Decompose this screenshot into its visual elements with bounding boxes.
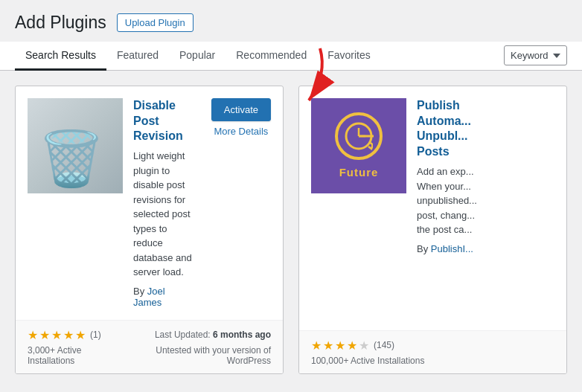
tab-recommended[interactable]: Recommended: [226, 42, 317, 71]
plugin-card-footer: ★ ★ ★ ★ ★ (1) Last Updated: 6 months ago: [16, 320, 283, 373]
plugin-card: Disable Post Revision Light weight plugi…: [15, 86, 284, 374]
star-2: ★: [39, 328, 50, 342]
footer-bottom-2: 100,000+ Active Installations: [311, 356, 554, 366]
last-updated-label: Last Updated:: [155, 330, 213, 340]
compat-warning: Untested with your version of WordPress: [123, 345, 271, 366]
star-1: ★: [28, 328, 38, 342]
tabs-list: Search Results Featured Popular Recommen…: [15, 42, 381, 70]
tab-featured[interactable]: Featured: [106, 42, 169, 71]
plugins-grid: Disable Post Revision Light weight plugi…: [15, 86, 567, 374]
star2-5: ★: [359, 338, 369, 353]
plugin-description: Light weight plugin to disable post revi…: [133, 149, 194, 280]
footer-bottom: 3,000+ Active Installations Untested wit…: [28, 345, 271, 366]
last-updated-value: 6 months ago: [213, 330, 271, 340]
star-rating-2: ★ ★ ★ ★ ★ (145): [311, 338, 394, 353]
tab-favorites[interactable]: Favorites: [317, 42, 381, 71]
star-rating: ★ ★ ★ ★ ★ (1): [28, 328, 101, 342]
active-installs: 3,000+ Active Installations: [28, 345, 123, 366]
page-header: Add Plugins Upload Plugin: [0, 0, 582, 42]
plugin-card-body: Disable Post Revision Light weight plugi…: [16, 86, 283, 320]
plugin-card-top: Disable Post Revision Light weight plugi…: [28, 98, 271, 308]
plugin-card-2: Future PublishAutoma...Unpubl...Posts Ad…: [298, 86, 567, 374]
activate-button[interactable]: Activate: [211, 98, 271, 121]
content-wrapper: Disable Post Revision Light weight plugi…: [15, 86, 567, 374]
footer-top-2: ★ ★ ★ ★ ★ (145): [311, 338, 554, 353]
more-details-link[interactable]: More Details: [214, 126, 268, 137]
plugin-actions: Activate More Details: [211, 98, 271, 308]
rating-count-2: (145): [374, 340, 394, 350]
tab-search-results[interactable]: Search Results: [15, 42, 106, 71]
plugin-card-body-2: Future PublishAutoma...Unpubl...Posts Ad…: [299, 86, 566, 330]
filter-select[interactable]: Keyword Tag Author: [504, 45, 567, 65]
tab-popular[interactable]: Popular: [169, 42, 226, 71]
star2-3: ★: [335, 338, 345, 353]
star-3: ★: [51, 328, 62, 342]
future-label: Future: [339, 166, 379, 179]
active-installs-2: 100,000+ Active Installations: [311, 356, 424, 366]
plugin-title-2: PublishAutoma...Unpubl...Posts: [417, 98, 554, 160]
svg-point-1: [346, 123, 371, 149]
star2-1: ★: [311, 338, 322, 353]
plugin-card-footer-2: ★ ★ ★ ★ ★ (145) 100,000+ Active Installa…: [299, 330, 566, 373]
plugin-author-link-2[interactable]: PublishI...: [431, 243, 473, 254]
plugin-author: By Joel James: [133, 286, 194, 308]
plugin-info: Disable Post Revision Light weight plugi…: [133, 98, 194, 308]
main-content: Disable Post Revision Light weight plugi…: [0, 71, 582, 389]
star-5: ★: [75, 328, 86, 342]
footer-top: ★ ★ ★ ★ ★ (1) Last Updated: 6 months ago: [28, 328, 271, 342]
clock-icon: [335, 112, 383, 160]
page-title: Add Plugins: [15, 12, 106, 34]
rating-count: (1): [90, 330, 101, 340]
star2-2: ★: [323, 338, 333, 353]
plugin-thumbnail: [28, 98, 123, 193]
plugin-thumbnail-2: Future: [311, 98, 406, 193]
plugin-card-top-2: Future PublishAutoma...Unpubl...Posts Ad…: [311, 98, 554, 318]
star-4: ★: [63, 328, 74, 342]
upload-plugin-button[interactable]: Upload Plugin: [117, 13, 194, 32]
plugin-info-2: PublishAutoma...Unpubl...Posts Add an ex…: [417, 98, 554, 318]
plugin-description-2: Add an exp...When your...unpublished...p…: [417, 164, 554, 237]
last-updated: Last Updated: 6 months ago: [155, 330, 271, 340]
tabs-bar: Search Results Featured Popular Recommen…: [0, 42, 582, 71]
plugin-author-2: By PublishI...: [417, 243, 554, 254]
star2-4: ★: [347, 338, 357, 353]
plugin-title: Disable Post Revision: [133, 98, 194, 144]
plugin-author-link[interactable]: Joel James: [133, 286, 165, 308]
